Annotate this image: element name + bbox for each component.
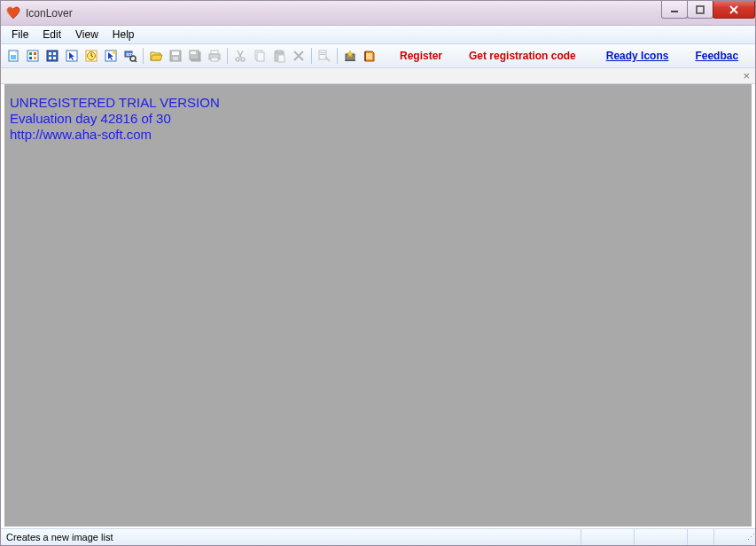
svg-rect-37 xyxy=(277,51,282,53)
get-code-link[interactable]: Get registration code xyxy=(469,50,576,62)
toolbar-separator xyxy=(227,48,228,64)
toolbar: ico Register Get registration code Ready… xyxy=(1,44,755,68)
svg-rect-9 xyxy=(47,51,58,61)
svg-rect-40 xyxy=(320,52,325,53)
tab-close-icon[interactable]: × xyxy=(743,69,750,82)
maximize-button[interactable] xyxy=(687,1,713,19)
new-anim-icon[interactable] xyxy=(102,47,120,65)
trial-line2: Evaluation day 42816 of 30 xyxy=(10,111,220,127)
trial-line1: UNREGISTERED TRIAL VERSION xyxy=(10,95,220,111)
open-icon[interactable] xyxy=(147,47,165,65)
menu-edit[interactable]: Edit xyxy=(35,27,68,43)
toolbar-separator xyxy=(143,48,144,64)
svg-point-33 xyxy=(241,58,245,61)
svg-rect-5 xyxy=(29,52,32,55)
new-library-icon[interactable] xyxy=(43,47,61,65)
svg-rect-1 xyxy=(697,6,704,13)
svg-rect-11 xyxy=(53,52,56,55)
svg-rect-35 xyxy=(257,52,264,61)
cut-icon[interactable] xyxy=(231,47,249,65)
print-icon[interactable] xyxy=(206,47,223,65)
svg-rect-28 xyxy=(191,51,196,54)
statusbar: Creates a new image list ⋰ xyxy=(1,528,755,545)
paste-icon[interactable] xyxy=(270,47,288,65)
window-title: IconLover xyxy=(26,7,73,20)
register-link[interactable]: Register xyxy=(400,50,442,62)
menu-view[interactable]: View xyxy=(68,27,105,43)
trial-url[interactable]: http://www.aha-soft.com xyxy=(10,127,220,143)
book-icon[interactable] xyxy=(361,47,378,65)
new-image-icon[interactable] xyxy=(4,47,22,65)
app-icon xyxy=(6,6,20,20)
toolbar-separator xyxy=(337,48,338,64)
svg-line-22 xyxy=(135,60,136,62)
svg-rect-12 xyxy=(49,57,51,59)
window: IconLover File Edit View Help ico xyxy=(0,0,756,546)
copy-icon[interactable] xyxy=(251,47,269,65)
new-cursor-icon[interactable] xyxy=(63,47,81,65)
properties-icon[interactable] xyxy=(316,47,333,65)
status-text: Creates a new image list xyxy=(1,529,581,545)
svg-rect-7 xyxy=(29,57,32,59)
svg-rect-31 xyxy=(211,58,218,61)
menubar: File Edit View Help xyxy=(1,26,755,44)
resize-grip-icon[interactable]: ⋰ xyxy=(741,533,755,542)
status-cell-4 xyxy=(714,529,741,545)
svg-rect-8 xyxy=(34,57,36,59)
status-cell-3 xyxy=(688,529,714,545)
ready-icons-link[interactable]: Ready Icons xyxy=(606,50,669,62)
save-icon[interactable] xyxy=(167,47,184,65)
toolbar-separator xyxy=(311,48,312,64)
svg-rect-43 xyxy=(366,53,372,59)
feedback-link[interactable]: Feedbac xyxy=(695,50,738,62)
titlebar: IconLover xyxy=(1,1,755,26)
tab-strip: × xyxy=(1,68,755,84)
new-search-icon[interactable]: ico xyxy=(121,47,139,65)
svg-rect-24 xyxy=(172,51,179,55)
svg-rect-41 xyxy=(320,54,325,55)
svg-rect-29 xyxy=(211,51,218,54)
delete-icon[interactable] xyxy=(290,47,308,65)
svg-rect-25 xyxy=(173,57,178,60)
wizard-icon[interactable] xyxy=(341,47,359,65)
minimize-button[interactable] xyxy=(661,1,688,19)
menu-help[interactable]: Help xyxy=(105,27,142,43)
close-button[interactable] xyxy=(713,1,755,19)
window-controls xyxy=(662,1,755,19)
svg-rect-6 xyxy=(34,52,36,55)
svg-rect-4 xyxy=(27,51,38,61)
trial-info: UNREGISTERED TRIAL VERSION Evaluation da… xyxy=(10,95,220,143)
svg-point-32 xyxy=(236,58,239,61)
new-clock-icon[interactable] xyxy=(82,47,100,65)
svg-rect-38 xyxy=(278,55,284,62)
svg-rect-13 xyxy=(53,57,56,59)
svg-rect-3 xyxy=(11,55,16,59)
svg-point-18 xyxy=(113,51,116,54)
status-cell-1 xyxy=(581,529,635,545)
save-all-icon[interactable] xyxy=(186,47,204,65)
status-cell-2 xyxy=(635,529,688,545)
svg-rect-10 xyxy=(49,52,51,55)
content-area: UNREGISTERED TRIAL VERSION Evaluation da… xyxy=(3,84,753,528)
menu-file[interactable]: File xyxy=(4,27,35,43)
svg-rect-0 xyxy=(671,11,678,12)
new-list-icon[interactable] xyxy=(24,47,42,65)
